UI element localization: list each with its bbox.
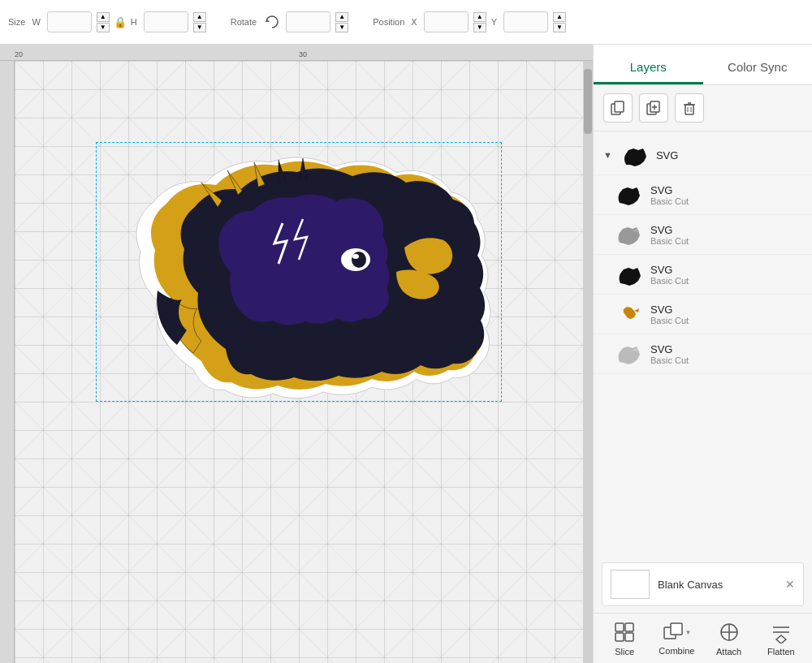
layer-item-4[interactable]: SVG Basic Cut <box>594 295 812 334</box>
flatten-button[interactable]: Flatten <box>761 620 801 657</box>
flatten-svg <box>770 621 793 644</box>
rotate-spin[interactable]: ▲ ▼ <box>335 12 348 32</box>
position-y-up[interactable]: ▲ <box>553 12 566 22</box>
attach-label: Attach <box>716 647 741 657</box>
layer-info-1: SVG Basic Cut <box>650 184 689 206</box>
size-h-down[interactable]: ▼ <box>193 23 206 32</box>
attach-button[interactable]: Attach <box>709 620 749 657</box>
size-h-label: H <box>131 17 137 27</box>
layer-thumb-3 <box>616 261 642 287</box>
svg-rect-16 <box>625 623 633 631</box>
position-x-spin[interactable]: ▲ ▼ <box>473 12 486 32</box>
layer-sub-1: Basic Cut <box>650 196 689 206</box>
combine-button[interactable]: ▼ Combine <box>656 621 697 656</box>
rotate-input[interactable] <box>286 11 330 32</box>
size-h-spin[interactable]: ▲ ▼ <box>193 12 206 32</box>
rotate-down[interactable]: ▼ <box>335 23 348 32</box>
tab-layers[interactable]: Layers <box>594 52 703 84</box>
logo-container[interactable] <box>96 142 502 402</box>
chevron-down-icon: ▼ <box>603 150 612 160</box>
layer-name-5: SVG <box>650 343 689 355</box>
position-y-down[interactable]: ▼ <box>553 23 566 32</box>
attach-icon <box>717 620 741 644</box>
svg-rect-20 <box>671 623 682 635</box>
raven-logo <box>96 142 502 402</box>
position-x-input[interactable] <box>424 11 469 32</box>
svg-rect-15 <box>615 623 624 631</box>
position-label: Position <box>373 17 404 27</box>
size-h-up[interactable]: ▲ <box>193 12 206 22</box>
layer-thumb-1 <box>616 182 642 208</box>
svg-rect-18 <box>625 633 633 641</box>
ruler-left <box>0 61 15 663</box>
combine-label: Combine <box>659 646 694 656</box>
layer-item-5[interactable]: SVG Basic Cut <box>594 334 812 374</box>
size-w-spin[interactable]: ▲ ▼ <box>97 12 110 32</box>
scrollbar-thumb[interactable] <box>584 69 592 134</box>
ruler-top: 20 30 <box>0 45 593 61</box>
layer-sub-4: Basic Cut <box>650 316 689 325</box>
rotate-group: Rotate ▲ ▼ <box>231 11 348 32</box>
flatten-icon <box>769 620 793 644</box>
layer-sub-2: Basic Cut <box>650 236 689 246</box>
canvas-with-ruler: 20 30 <box>0 45 593 663</box>
add-layer-button[interactable] <box>639 93 668 123</box>
right-panel: Layers Color Sync <box>593 45 812 663</box>
copy-layer-button[interactable] <box>603 93 633 123</box>
rotate-up[interactable]: ▲ <box>335 12 348 22</box>
position-x-label: X <box>411 17 417 27</box>
size-w-input[interactable] <box>47 11 92 32</box>
layer-item-1[interactable]: SVG Basic Cut <box>594 175 812 215</box>
copy-icon <box>610 100 626 116</box>
layer-thumb-2 <box>616 222 642 248</box>
layer-info-4: SVG Basic Cut <box>650 304 689 325</box>
ruler-mark-30: 30 <box>299 50 307 58</box>
size-label: Size <box>8 17 25 27</box>
size-w-down[interactable]: ▼ <box>97 23 110 32</box>
size-h-input[interactable] <box>144 11 188 32</box>
layers-list: ▼ SVG SVG <box>594 131 812 556</box>
blank-canvas-area: Blank Canvas ✕ <box>602 562 804 606</box>
layer-info-2: SVG Basic Cut <box>650 224 689 246</box>
flatten-label: Flatten <box>767 647 795 657</box>
svg-point-2 <box>352 252 366 268</box>
layer-actions <box>594 85 812 131</box>
tab-color-sync[interactable]: Color Sync <box>703 52 813 84</box>
position-x-up[interactable]: ▲ <box>473 12 486 22</box>
layer-info-3: SVG Basic Cut <box>650 264 689 286</box>
layer-name-2: SVG <box>650 224 689 236</box>
canvas-scrollbar-v[interactable] <box>583 61 593 663</box>
slice-button[interactable]: Slice <box>604 620 645 657</box>
canvas-main <box>0 61 593 663</box>
size-w-label: W <box>32 17 40 27</box>
layer-item-2[interactable]: SVG Basic Cut <box>594 215 812 255</box>
position-y-spin[interactable]: ▲ ▼ <box>553 12 566 32</box>
svg-rect-17 <box>615 633 624 641</box>
layer-thumb-parent <box>622 142 648 168</box>
canvas-grid[interactable] <box>15 61 583 663</box>
combine-svg <box>662 621 685 644</box>
layer-item-parent[interactable]: ▼ SVG <box>594 136 812 175</box>
layer-info-parent: SVG <box>656 149 678 161</box>
top-toolbar: Size W ▲ ▼ 🔒 H ▲ ▼ Rotate ▲ ▼ Position X <box>0 0 812 45</box>
size-w-up[interactable]: ▲ <box>97 12 110 22</box>
trash-icon <box>681 100 698 116</box>
svg-point-3 <box>352 254 359 259</box>
position-y-input[interactable] <box>503 11 548 32</box>
blank-canvas-close[interactable]: ✕ <box>785 578 795 591</box>
size-group: Size W ▲ ▼ 🔒 H ▲ ▼ <box>8 11 206 32</box>
layer-sub-3: Basic Cut <box>650 276 689 286</box>
layer-item-3[interactable]: SVG Basic Cut <box>594 255 812 295</box>
delete-layer-button[interactable] <box>675 93 704 123</box>
layer-sub-5: Basic Cut <box>650 355 689 365</box>
lock-icon: 🔒 <box>114 15 126 28</box>
position-x-down[interactable]: ▼ <box>473 23 486 32</box>
ruler-mark-20: 20 <box>15 50 23 58</box>
slice-label: Slice <box>615 647 634 657</box>
layer-name-parent: SVG <box>656 149 678 161</box>
panel-tabs: Layers Color Sync <box>594 45 812 85</box>
combine-icon-row: ▼ <box>662 621 691 644</box>
rotate-icon <box>263 13 281 31</box>
layer-name-4: SVG <box>650 304 689 316</box>
layer-name-1: SVG <box>650 184 689 196</box>
